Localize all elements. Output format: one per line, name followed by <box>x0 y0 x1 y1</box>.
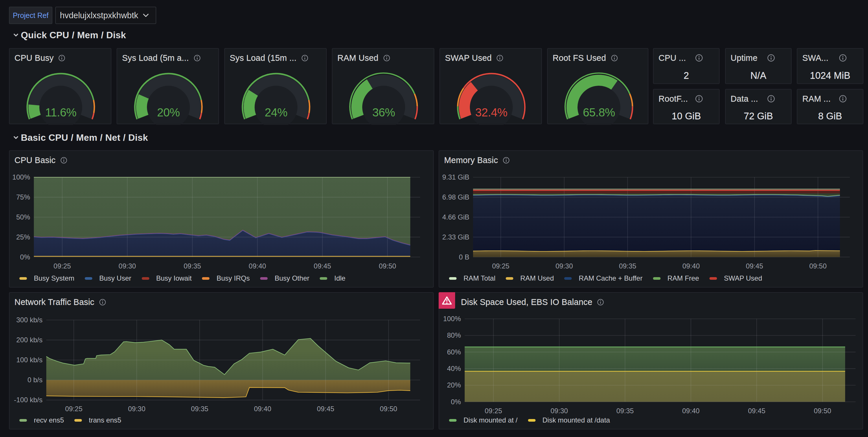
svg-text:20%: 20% <box>157 106 180 119</box>
svg-text:09:40: 09:40 <box>682 262 700 270</box>
svg-text:09:35: 09:35 <box>184 262 201 270</box>
svg-text:09:25: 09:25 <box>492 262 509 270</box>
svg-text:09:50: 09:50 <box>379 262 396 270</box>
svg-text:100 kb/s: 100 kb/s <box>16 356 42 364</box>
svg-text:20%: 20% <box>447 381 461 389</box>
svg-text:80%: 80% <box>447 331 461 339</box>
svg-text:09:45: 09:45 <box>317 405 334 413</box>
svg-text:100%: 100% <box>443 315 461 323</box>
svg-text:-100 kb/s: -100 kb/s <box>14 396 42 404</box>
svg-text:09:45: 09:45 <box>746 262 763 270</box>
svg-text:09:45: 09:45 <box>314 262 331 270</box>
svg-text:40%: 40% <box>447 365 461 372</box>
svg-text:50%: 50% <box>16 213 30 221</box>
svg-text:300 kb/s: 300 kb/s <box>16 316 42 324</box>
svg-text:09:30: 09:30 <box>556 262 573 270</box>
svg-text:09:50: 09:50 <box>380 405 397 413</box>
svg-text:09:50: 09:50 <box>809 262 827 270</box>
svg-text:09:35: 09:35 <box>619 262 636 270</box>
svg-text:100%: 100% <box>12 173 30 181</box>
svg-text:2.33 GiB: 2.33 GiB <box>442 233 469 241</box>
svg-text:24%: 24% <box>265 106 288 119</box>
svg-text:09:40: 09:40 <box>682 407 700 415</box>
svg-text:9.31 GiB: 9.31 GiB <box>442 173 469 181</box>
svg-text:6.98 GiB: 6.98 GiB <box>442 193 469 201</box>
svg-text:0%: 0% <box>20 253 30 261</box>
svg-text:09:35: 09:35 <box>191 405 208 413</box>
svg-text:36%: 36% <box>372 106 395 119</box>
svg-text:32.4%: 32.4% <box>475 106 507 119</box>
svg-text:4.66 GiB: 4.66 GiB <box>442 213 469 221</box>
svg-text:09:40: 09:40 <box>249 262 266 270</box>
svg-text:09:30: 09:30 <box>119 262 136 270</box>
svg-text:09:30: 09:30 <box>128 405 145 413</box>
svg-text:09:25: 09:25 <box>485 407 502 415</box>
svg-text:0 B: 0 B <box>459 253 469 261</box>
svg-text:65.8%: 65.8% <box>583 106 615 119</box>
svg-text:09:40: 09:40 <box>254 405 271 413</box>
svg-text:200 kb/s: 200 kb/s <box>16 336 42 344</box>
svg-text:09:50: 09:50 <box>814 407 831 415</box>
svg-text:60%: 60% <box>447 348 461 356</box>
svg-text:11.6%: 11.6% <box>45 106 76 119</box>
svg-text:25%: 25% <box>16 233 30 241</box>
svg-text:09:25: 09:25 <box>65 405 83 413</box>
svg-text:0 b/s: 0 b/s <box>28 376 42 384</box>
svg-text:75%: 75% <box>16 193 30 201</box>
svg-text:09:30: 09:30 <box>551 407 568 415</box>
svg-text:09:25: 09:25 <box>54 262 71 270</box>
svg-text:09:35: 09:35 <box>616 407 633 415</box>
svg-text:09:45: 09:45 <box>748 407 765 415</box>
svg-text:0%: 0% <box>451 398 461 406</box>
